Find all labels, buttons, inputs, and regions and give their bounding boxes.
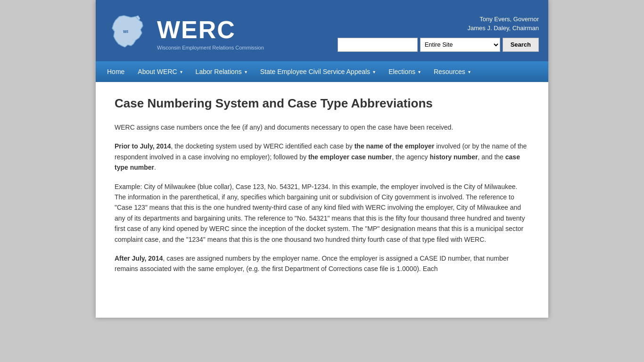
logo-image: WI [105, 12, 152, 54]
chevron-down-icon: ▾ [373, 69, 375, 74]
header: WI WERC Wisconsin Employment Relations C… [96, 0, 548, 61]
content-area: Case Numbering System and Case Type Abbr… [96, 82, 548, 318]
para2-bold-date: Prior to July, 2014 [115, 142, 171, 150]
paragraph-1: WERC assigns case numbers once the fee (… [115, 122, 529, 132]
search-button[interactable]: Search [503, 38, 539, 52]
chevron-down-icon: ▾ [245, 69, 247, 74]
para2-bold-history: history number [429, 153, 478, 161]
chairman-line: James J. Daley, Chairman [468, 24, 539, 33]
org-branding: WERC Wisconsin Employment Relations Comm… [157, 16, 264, 50]
para2-text-4: , and the [478, 153, 505, 161]
governor-line: Tony Evers, Governor [468, 15, 539, 24]
search-bar: Entire Site Search [338, 38, 539, 52]
paragraph-2: Prior to July, 2014, the docketing syste… [115, 141, 529, 173]
page-wrapper: WI WERC Wisconsin Employment Relations C… [96, 0, 548, 318]
page-title: Case Numbering System and Case Type Abbr… [115, 96, 529, 111]
header-right: Tony Evers, Governor James J. Daley, Cha… [338, 15, 539, 52]
nav-labor-relations[interactable]: Labor Relations ▾ [189, 61, 254, 82]
para2-text-3: , the agency [392, 153, 429, 161]
navigation: Home About WERC ▾ Labor Relations ▾ Stat… [96, 61, 548, 82]
nav-home[interactable]: Home [100, 61, 131, 82]
svg-text:WI: WI [123, 29, 128, 34]
nav-wrapper: Home About WERC ▾ Labor Relations ▾ Stat… [96, 61, 548, 82]
para2-text-end: . [154, 164, 156, 171]
para2-bold-employer: the name of the employer [355, 142, 435, 150]
search-input[interactable] [338, 38, 418, 52]
nav-about-werc[interactable]: About WERC ▾ [131, 61, 189, 82]
chevron-down-icon: ▾ [468, 69, 471, 74]
paragraph-3: Example: City of Milwaukee (blue collar)… [115, 181, 529, 245]
header-left: WI WERC Wisconsin Employment Relations C… [105, 12, 264, 54]
para4-bold-date: After July, 2014 [115, 255, 163, 262]
org-name: WERC [157, 16, 264, 44]
para2-text-1: , the docketing system used by WERC iden… [171, 142, 355, 150]
nav-resources[interactable]: Resources ▾ [427, 61, 477, 82]
officials-text: Tony Evers, Governor James J. Daley, Cha… [468, 15, 539, 33]
chevron-down-icon: ▾ [418, 69, 421, 74]
paragraph-4: After July, 2014, cases are assigned num… [115, 253, 529, 274]
nav-civil-service[interactable]: State Employee Civil Service Appeals ▾ [254, 61, 382, 82]
search-scope-select[interactable]: Entire Site [420, 38, 500, 52]
para2-bold-case-num: the employer case number [308, 153, 392, 161]
nav-elections[interactable]: Elections ▾ [382, 61, 427, 82]
para4-text: , cases are assigned numbers by the empl… [115, 255, 509, 272]
org-subtitle: Wisconsin Employment Relations Commissio… [157, 45, 264, 50]
chevron-down-icon: ▾ [180, 69, 182, 74]
